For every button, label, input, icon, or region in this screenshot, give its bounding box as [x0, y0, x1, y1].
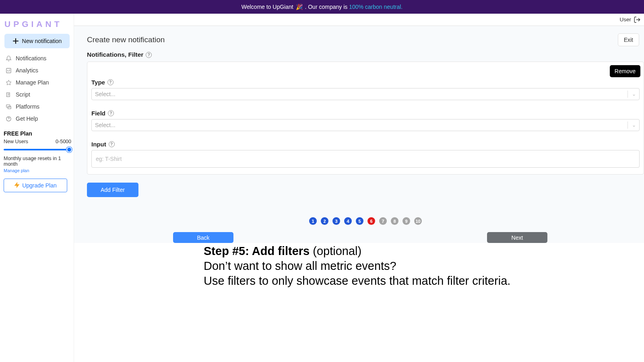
chevron-down-icon: ⌄ [632, 91, 636, 97]
upgrade-label: Upgrade Plan [22, 182, 57, 189]
banner-text: Welcome to UpGiant 🎉 . Our company is 10… [242, 4, 402, 10]
step-2[interactable]: 2 [321, 217, 328, 225]
svg-rect-2 [6, 105, 10, 107]
nav-label: Script [16, 91, 30, 98]
step-6[interactable]: 6 [367, 217, 375, 225]
help-tooltip-icon[interactable]: ? [146, 52, 152, 58]
step-9[interactable]: 9 [402, 217, 410, 225]
remove-button[interactable]: Remove [610, 65, 640, 77]
field-select[interactable]: Select... ⌄ [91, 119, 640, 131]
main-area: User Create new notification Exit Notifi… [74, 14, 644, 362]
chevron-down-icon: ⌄ [632, 122, 636, 128]
sidebar-item-manage-plan[interactable]: Manage Plan [4, 76, 71, 88]
nav-label: Platforms [16, 103, 39, 110]
step-5[interactable]: 5 [356, 217, 363, 225]
help-icon [5, 115, 12, 122]
step-10[interactable]: 10 [414, 217, 422, 225]
select-placeholder: Select... [95, 91, 116, 97]
svg-rect-3 [8, 106, 11, 109]
step-4[interactable]: 4 [344, 217, 352, 225]
manage-plan-link[interactable]: Manage plan [4, 168, 71, 173]
step-7[interactable]: 7 [379, 217, 387, 225]
bell-icon [5, 55, 12, 62]
step-8[interactable]: 8 [391, 217, 398, 225]
field-label: Field ? [91, 110, 640, 117]
step-3[interactable]: 3 [332, 217, 340, 225]
sidebar-item-platforms[interactable]: Platforms [4, 101, 71, 113]
next-button[interactable]: Next [487, 232, 547, 243]
tutorial-caption: Step #5: Add filters (optional) Don’t wa… [74, 243, 644, 288]
usage-slider[interactable] [4, 147, 71, 152]
nav-label: Analytics [16, 67, 38, 74]
input-label: Input ? [91, 141, 640, 148]
carbon-link[interactable]: 100% carbon neutral. [349, 4, 402, 10]
chart-icon [5, 67, 12, 74]
nav-label: Manage Plan [16, 79, 49, 86]
type-select[interactable]: Select... ⌄ [91, 88, 640, 100]
logout-icon[interactable] [634, 16, 641, 23]
party-icon: 🎉 [296, 4, 303, 10]
plan-metric: New Users [4, 139, 28, 144]
help-tooltip-icon[interactable]: ? [108, 110, 114, 116]
step-1[interactable]: 1 [309, 217, 317, 225]
plan-widget: FREE Plan New Users 0-5000 Monthly usage… [4, 130, 71, 173]
filter-input[interactable] [91, 150, 640, 168]
exit-button[interactable]: Exit [618, 33, 639, 46]
sidebar: UPGIANT New notification Notifications A… [0, 14, 74, 362]
script-icon [5, 91, 12, 98]
topbar: User [74, 14, 644, 26]
star-icon [5, 79, 12, 86]
page-title: Create new notification [87, 35, 165, 44]
section-heading: Notifications, Filter ? [87, 51, 644, 58]
new-notification-button[interactable]: New notification [4, 34, 70, 48]
user-label: User [619, 16, 631, 23]
svg-marker-1 [6, 80, 11, 85]
select-placeholder: Select... [95, 122, 116, 128]
svg-marker-5 [15, 183, 19, 187]
help-tooltip-icon[interactable]: ? [107, 79, 114, 85]
type-label: Type ? [91, 79, 640, 86]
platforms-icon [5, 103, 12, 110]
new-notification-label: New notification [22, 38, 62, 44]
help-tooltip-icon[interactable]: ? [109, 141, 115, 147]
plan-reset-text: Monthly usage resets in 1 month [4, 156, 71, 167]
filter-card: Remove Type ? Select... ⌄ Field ? Select… [87, 62, 644, 175]
content: Create new notification Exit Notificatio… [74, 26, 644, 243]
plan-title: FREE Plan [4, 130, 71, 137]
nav-label: Get Help [16, 115, 38, 122]
sidebar-item-notifications[interactable]: Notifications [4, 52, 71, 64]
plus-icon [12, 38, 19, 44]
upgrade-plan-button[interactable]: Upgrade Plan [4, 179, 67, 192]
add-filter-button[interactable]: Add Filter [87, 183, 138, 197]
brand-logo: UPGIANT [4, 17, 71, 34]
top-banner: Welcome to UpGiant 🎉 . Our company is 10… [0, 0, 644, 14]
sidebar-item-help[interactable]: Get Help [4, 113, 71, 125]
sidebar-item-script[interactable]: Script [4, 88, 71, 101]
step-indicator: 12345678910 [87, 217, 644, 225]
bolt-icon [14, 182, 20, 189]
plan-range: 0-5000 [56, 139, 71, 144]
nav-label: Notifications [16, 55, 46, 62]
back-button[interactable]: Back [173, 232, 233, 243]
sidebar-item-analytics[interactable]: Analytics [4, 64, 71, 76]
